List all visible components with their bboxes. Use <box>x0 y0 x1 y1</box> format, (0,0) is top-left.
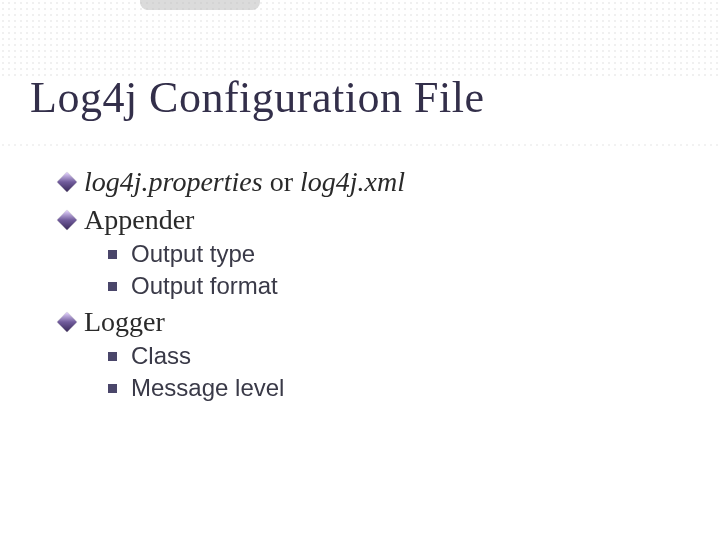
dotted-background-top <box>0 0 720 78</box>
bullet-appender: Appender <box>60 204 690 236</box>
text-appender: Appender <box>84 204 194 236</box>
subbullet-output-type: Output type <box>108 240 690 268</box>
text-class: Class <box>131 342 191 370</box>
diamond-bullet-icon <box>57 312 77 332</box>
text-or: or <box>270 166 300 197</box>
subbullet-output-format: Output format <box>108 272 690 300</box>
diamond-bullet-icon <box>57 210 77 230</box>
square-bullet-icon <box>108 384 117 393</box>
text-message-level: Message level <box>131 374 284 402</box>
square-bullet-icon <box>108 250 117 259</box>
text-output-type: Output type <box>131 240 255 268</box>
square-bullet-icon <box>108 282 117 291</box>
square-bullet-icon <box>108 352 117 361</box>
subbullet-class: Class <box>108 342 690 370</box>
diamond-bullet-icon <box>57 172 77 192</box>
text-properties-file: log4j.properties <box>84 166 263 197</box>
dotted-divider <box>0 142 720 150</box>
text-xml-file: log4j.xml <box>300 166 405 197</box>
slide-body: log4j.properties or log4j.xml Appender O… <box>60 160 690 402</box>
subbullet-message-level: Message level <box>108 374 690 402</box>
text-output-format: Output format <box>131 272 278 300</box>
text-logger: Logger <box>84 306 165 338</box>
top-decor-bar <box>140 0 260 10</box>
bullet-properties-line: log4j.properties or log4j.xml <box>60 166 690 198</box>
slide-title: Log4j Configuration File <box>30 72 484 123</box>
bullet-logger: Logger <box>60 306 690 338</box>
